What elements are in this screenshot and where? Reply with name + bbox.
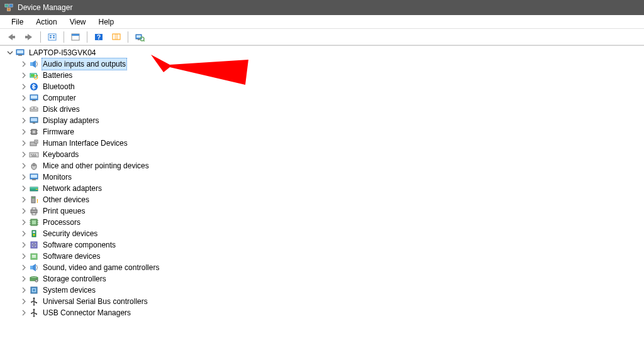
tree-item-security[interactable]: Security devices bbox=[0, 228, 644, 239]
menu-action[interactable]: Action bbox=[30, 16, 63, 28]
svg-rect-22 bbox=[17, 50, 23, 53]
tree-item-label: Storage controllers bbox=[42, 273, 108, 285]
tree-item-firmware[interactable]: Firmware bbox=[0, 126, 644, 138]
tree-item-monitors[interactable]: Monitors bbox=[0, 171, 644, 183]
tree-item-label: Keyboards bbox=[42, 149, 80, 160]
svg-rect-8 bbox=[53, 35, 55, 36]
network-icon bbox=[29, 183, 39, 193]
tree-item-label: Batteries bbox=[42, 70, 74, 81]
expand-icon[interactable] bbox=[19, 149, 29, 160]
show-hidden-button[interactable] bbox=[45, 30, 60, 44]
tree-item-audio[interactable]: Audio inputs and outputs bbox=[0, 58, 644, 70]
monitor-icon bbox=[29, 93, 39, 103]
tree-root[interactable]: LAPTOP-I53GVK04 bbox=[0, 47, 644, 58]
tree-item-network[interactable]: Network adapters bbox=[0, 183, 644, 194]
expand-icon[interactable] bbox=[19, 70, 29, 80]
tree-item-usb[interactable]: Universal Serial Bus controllers bbox=[0, 296, 644, 307]
tree-item-label: Computer bbox=[42, 92, 77, 104]
tree-item-usbconn[interactable]: USB Connector Managers bbox=[0, 307, 644, 318]
tree-item-storage[interactable]: Storage controllers bbox=[0, 273, 644, 285]
expand-icon[interactable] bbox=[19, 127, 29, 137]
expand-icon[interactable] bbox=[19, 229, 29, 239]
speaker-icon bbox=[29, 59, 39, 69]
expand-icon[interactable] bbox=[19, 82, 29, 92]
svg-rect-17 bbox=[136, 35, 141, 38]
tree-item-label: Disk drives bbox=[42, 104, 81, 115]
expand-icon[interactable] bbox=[19, 240, 29, 250]
expand-icon[interactable] bbox=[19, 251, 29, 261]
tree-item-label: Network adapters bbox=[42, 183, 103, 194]
tree-item-keyboards[interactable]: Keyboards bbox=[0, 149, 644, 160]
tree-item-label: USB Connector Managers bbox=[42, 307, 132, 318]
expand-icon[interactable] bbox=[19, 206, 29, 216]
usb-icon bbox=[29, 296, 39, 306]
menu-view[interactable]: View bbox=[64, 16, 92, 28]
menu-bar: File Action View Help bbox=[0, 15, 644, 29]
tree-item-other[interactable]: Other devices bbox=[0, 194, 644, 205]
tree-item-display[interactable]: Display adapters bbox=[0, 115, 644, 126]
tree-item-system[interactable]: System devices bbox=[0, 285, 644, 296]
window-title: Device Manager bbox=[18, 3, 72, 12]
expand-icon[interactable] bbox=[19, 285, 29, 295]
tree-item-batteries[interactable]: Batteries bbox=[0, 70, 644, 81]
usb-icon bbox=[29, 308, 39, 318]
tree-item-computer[interactable]: Computer bbox=[0, 92, 644, 104]
toolbar-separator bbox=[87, 31, 87, 43]
expand-icon[interactable] bbox=[19, 172, 29, 182]
tree-item-label: Sound, video and game controllers bbox=[42, 262, 160, 273]
help-button[interactable]: ? bbox=[91, 30, 106, 44]
tree-item-label: Mice and other pointing devices bbox=[42, 160, 150, 171]
expand-icon[interactable] bbox=[19, 183, 29, 193]
expand-icon[interactable] bbox=[19, 59, 29, 69]
tree-item-label: Software devices bbox=[42, 251, 101, 262]
tree-item-processors[interactable]: Processors bbox=[0, 217, 644, 228]
expand-icon[interactable] bbox=[19, 116, 29, 126]
back-button[interactable] bbox=[4, 30, 19, 44]
svg-text:?: ? bbox=[97, 34, 101, 41]
tree-item-label: Universal Serial Bus controllers bbox=[42, 296, 149, 307]
tree-item-label: Firmware bbox=[42, 126, 75, 138]
svg-rect-4 bbox=[25, 36, 28, 38]
tree-item-mice[interactable]: Mice and other pointing devices bbox=[0, 160, 644, 171]
svg-rect-15 bbox=[114, 34, 118, 40]
menu-help[interactable]: Help bbox=[92, 16, 121, 28]
computer-icon bbox=[15, 48, 25, 58]
forward-button[interactable] bbox=[21, 30, 36, 44]
tree-item-label: Software components bbox=[42, 239, 117, 251]
toolbar: ? bbox=[0, 29, 644, 45]
svg-line-20 bbox=[143, 40, 145, 41]
tree-item-hid[interactable]: Human Interface Devices bbox=[0, 138, 644, 149]
tree-item-label: Audio inputs and outputs bbox=[42, 58, 127, 70]
toolbar-separator bbox=[128, 31, 128, 43]
expand-icon[interactable] bbox=[19, 138, 29, 148]
device-tree[interactable]: LAPTOP-I53GVK04 Audio inputs and outputs… bbox=[0, 45, 644, 358]
expand-icon[interactable] bbox=[19, 104, 29, 114]
tree-item-swcomp[interactable]: Software components bbox=[0, 239, 644, 251]
expand-icon[interactable] bbox=[19, 296, 29, 306]
expand-icon[interactable] bbox=[19, 274, 29, 284]
expand-icon[interactable] bbox=[19, 263, 29, 273]
svg-rect-18 bbox=[138, 39, 140, 40]
svg-rect-2 bbox=[7, 8, 10, 11]
expand-icon[interactable] bbox=[19, 217, 29, 227]
menu-file[interactable]: File bbox=[5, 16, 30, 28]
expand-icon[interactable] bbox=[19, 308, 29, 318]
tree-item-bluetooth[interactable]: Bluetooth bbox=[0, 81, 644, 92]
root-label: LAPTOP-I53GVK04 bbox=[28, 47, 97, 58]
expand-icon[interactable] bbox=[19, 195, 29, 205]
expand-icon[interactable] bbox=[19, 93, 29, 103]
display-settings-button[interactable] bbox=[109, 30, 124, 44]
tree-item-sound[interactable]: Sound, video and game controllers bbox=[0, 262, 644, 273]
tree-item-print[interactable]: Print queues bbox=[0, 205, 644, 217]
printer-icon bbox=[29, 206, 39, 216]
tree-item-swdev[interactable]: Software devices bbox=[0, 251, 644, 262]
scan-button[interactable] bbox=[132, 30, 147, 44]
tree-item-disk[interactable]: Disk drives bbox=[0, 104, 644, 115]
collapse-icon[interactable] bbox=[5, 48, 15, 58]
storage-icon bbox=[29, 274, 39, 284]
svg-rect-7 bbox=[50, 37, 52, 38]
svg-rect-1 bbox=[9, 4, 13, 7]
properties-button[interactable] bbox=[68, 30, 83, 44]
svg-rect-9 bbox=[53, 37, 55, 38]
expand-icon[interactable] bbox=[19, 161, 29, 171]
